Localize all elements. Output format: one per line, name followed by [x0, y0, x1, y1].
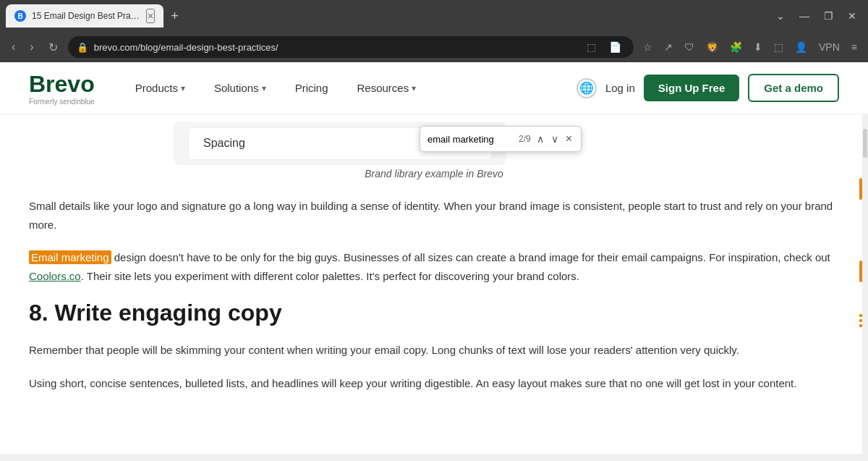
- brave-rewards-icon[interactable]: 🦁: [702, 39, 722, 55]
- spacing-label: Spacing: [203, 137, 245, 150]
- logo-subtitle: Formerly sendinblue: [29, 98, 95, 106]
- screenshot-icon[interactable]: ⬚: [583, 39, 600, 55]
- products-label: Products: [135, 82, 178, 94]
- address-bar-container: 🔒 ⬚ 📄: [68, 36, 634, 58]
- nav-solutions[interactable]: Solutions ▾: [203, 76, 278, 100]
- lock-icon: 🔒: [77, 42, 88, 53]
- signup-button[interactable]: Sign Up Free: [644, 75, 740, 101]
- sidebar-icon[interactable]: ⬚: [770, 39, 787, 55]
- nav-products[interactable]: Products ▾: [124, 76, 197, 100]
- tab-close-button[interactable]: ×: [146, 9, 155, 23]
- para-2-suffix: . Their site lets you experiment with di…: [81, 270, 579, 282]
- demo-button[interactable]: Get a demo: [748, 74, 839, 102]
- nav-pricing[interactable]: Pricing: [284, 76, 340, 100]
- browser-titlebar: B 15 Email Design Best Practices | × + ⌄…: [0, 0, 868, 32]
- products-dropdown-icon: ▾: [181, 83, 185, 93]
- close-button[interactable]: ✕: [842, 7, 862, 25]
- toolbar-icons: ☆ ↗ 🛡 🦁 🧩 ⬇ ⬚ 👤 VPN ≡: [639, 39, 861, 55]
- solutions-label: Solutions: [214, 82, 259, 94]
- scroll-thumb[interactable]: [863, 129, 867, 158]
- bar-line-2: [859, 319, 862, 322]
- globe-icon[interactable]: 🌐: [576, 78, 597, 98]
- bar-line-1: [859, 314, 862, 317]
- logo-text: Brevo: [29, 71, 95, 98]
- tab-title: 15 Email Design Best Practices |: [32, 11, 140, 21]
- nav-menu: Products ▾ Solutions ▾ Pricing Resources…: [124, 76, 576, 100]
- tab-favicon: B: [14, 10, 26, 22]
- profile-icon[interactable]: 👤: [791, 39, 811, 55]
- find-count: 2/9: [519, 134, 531, 144]
- para-4: Using short, concise sentences, bulleted…: [29, 374, 839, 393]
- section-heading-8: 8. Write engaging copy: [29, 300, 839, 326]
- forward-button[interactable]: ›: [25, 38, 38, 56]
- menu-icon[interactable]: ≡: [848, 39, 861, 55]
- brave-shield-icon[interactable]: 🛡: [681, 39, 698, 55]
- highlight-bar-2: [859, 261, 862, 282]
- logo[interactable]: Brevo Formerly sendinblue: [29, 71, 95, 106]
- para-2-text: design doesn't have to be only for the b…: [111, 251, 830, 263]
- pricing-label: Pricing: [295, 82, 328, 94]
- find-input[interactable]: [427, 134, 514, 145]
- maximize-button[interactable]: ❐: [818, 7, 839, 25]
- new-tab-button[interactable]: +: [166, 7, 183, 25]
- share-icon[interactable]: ↗: [660, 39, 676, 55]
- email-marketing-highlight: Email marketing: [29, 250, 111, 264]
- bookmark-icon[interactable]: ☆: [639, 39, 656, 55]
- login-button[interactable]: Log in: [605, 82, 635, 94]
- highlight-bars: [859, 178, 862, 327]
- reader-view-icon[interactable]: 📄: [605, 39, 625, 55]
- bar-line-3: [859, 324, 862, 327]
- download-icon[interactable]: ⬇: [750, 39, 766, 55]
- brand-caption: Brand library example in Brevo: [29, 168, 839, 179]
- coolors-link[interactable]: Coolors.co: [29, 270, 81, 282]
- page-content: 2/9 ∧ ∨ × Brevo Formerly sendinblue Prod…: [0, 62, 868, 454]
- tab-bar: B 15 Email Design Best Practices | × +: [6, 4, 765, 28]
- para-2: Email marketing design doesn't have to b…: [29, 248, 839, 285]
- address-bar[interactable]: [94, 42, 577, 53]
- scrollbar[interactable]: [862, 114, 868, 454]
- find-close-button[interactable]: ×: [564, 131, 574, 147]
- para-3: Remember that people will be skimming yo…: [29, 341, 839, 360]
- browser-toolbar: ‹ › ↻ 🔒 ⬚ 📄 ☆ ↗ 🛡 🦁 🧩 ⬇ ⬚ 👤 VPN ≡: [0, 32, 868, 62]
- nav-resources[interactable]: Resources ▾: [345, 76, 427, 100]
- content-area: Spacing ▾ Brand library example in Brevo…: [0, 114, 868, 454]
- find-prev-button[interactable]: ∧: [535, 132, 545, 146]
- nav-right: 🌐 Log in Sign Up Free Get a demo: [576, 74, 839, 102]
- highlight-bar-1: [859, 178, 862, 200]
- resources-label: Resources: [357, 82, 409, 94]
- minimize-button[interactable]: —: [793, 7, 815, 25]
- para-1: Small details like your logo and signatu…: [29, 197, 839, 234]
- find-bar: 2/9 ∧ ∨ ×: [420, 126, 582, 152]
- back-button[interactable]: ‹: [7, 38, 20, 56]
- resources-dropdown-icon: ▾: [412, 83, 416, 93]
- extensions-icon[interactable]: 🧩: [726, 39, 746, 55]
- more-button[interactable]: ⌄: [770, 7, 791, 25]
- active-tab[interactable]: B 15 Email Design Best Practices | ×: [6, 4, 163, 28]
- reload-button[interactable]: ↻: [44, 38, 62, 57]
- find-next-button[interactable]: ∨: [550, 132, 560, 146]
- site-header: Brevo Formerly sendinblue Products ▾ Sol…: [0, 62, 868, 114]
- solutions-dropdown-icon: ▾: [262, 83, 266, 93]
- window-controls: ⌄ — ❐ ✕: [770, 7, 862, 25]
- vpn-button[interactable]: VPN: [815, 39, 843, 55]
